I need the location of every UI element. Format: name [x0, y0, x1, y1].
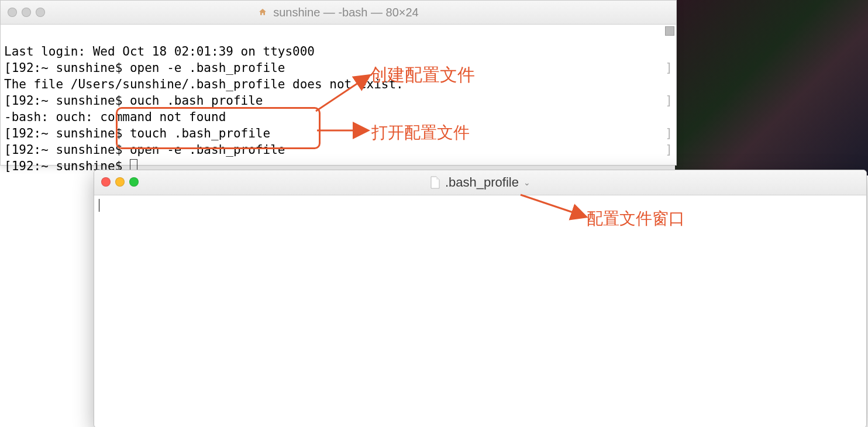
terminal-line: Last login: Wed Oct 18 02:01:39 on ttys0…	[4, 44, 315, 58]
svg-line-2	[521, 195, 585, 216]
annotation-open: 打开配置文件	[371, 122, 470, 144]
editor-body[interactable]	[94, 195, 866, 218]
terminal-line: [192:~ sunshine$ open -e .bash_profile	[4, 61, 285, 75]
editor-titlebar[interactable]: .bash_profile ⌄	[94, 170, 866, 195]
document-icon	[430, 176, 440, 189]
annotation-create: 创建配置文件	[370, 63, 475, 87]
editor-cursor	[99, 199, 99, 212]
minimize-icon[interactable]	[22, 8, 31, 17]
arrow-create-icon	[269, 64, 386, 123]
close-icon[interactable]	[101, 177, 111, 187]
terminal-title-text: sunshine — -bash — 80×24	[273, 6, 419, 19]
minimize-icon[interactable]	[115, 177, 125, 187]
scrollbar-track[interactable]	[666, 25, 675, 165]
annotation-window: 配置文件窗口	[587, 208, 685, 230]
terminal-title: sunshine — -bash — 80×24	[1, 6, 676, 19]
window-traffic-lights	[8, 8, 45, 17]
scrollbar-thumb[interactable]	[665, 26, 674, 36]
zoom-icon[interactable]	[36, 8, 45, 17]
desktop-wallpaper	[675, 0, 868, 175]
editor-title: .bash_profile ⌄	[94, 175, 866, 190]
zoom-icon[interactable]	[129, 177, 139, 187]
home-icon	[258, 8, 267, 17]
terminal-titlebar[interactable]: sunshine — -bash — 80×24	[1, 1, 676, 25]
window-traffic-lights	[101, 177, 139, 187]
svg-line-0	[316, 76, 368, 111]
close-icon[interactable]	[8, 8, 17, 17]
editor-title-text: .bash_profile	[445, 175, 519, 190]
textedit-window: .bash_profile ⌄	[94, 170, 867, 427]
chevron-down-icon[interactable]: ⌄	[523, 178, 531, 187]
terminal-line: [192:~ sunshine$ ouch .bash_profile	[4, 94, 263, 108]
